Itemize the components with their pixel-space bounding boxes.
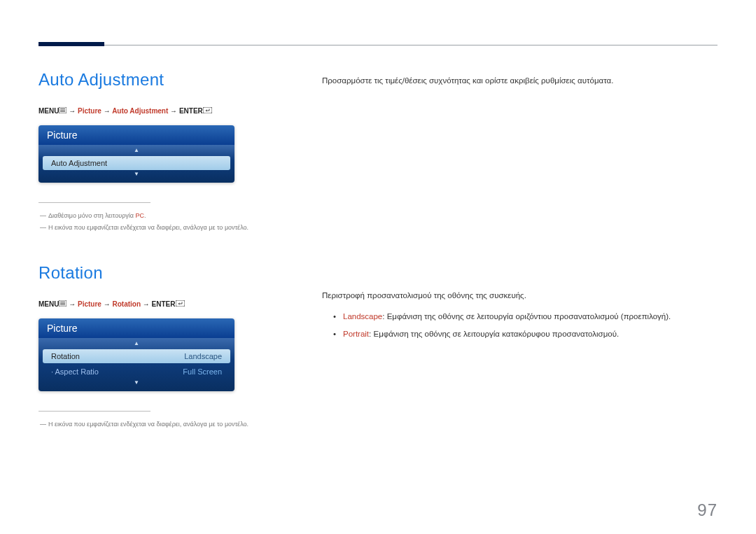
bc-enter: ENTER: [152, 300, 176, 308]
bc-arrow: →: [69, 300, 76, 308]
list-item: Landscape: Εμφάνιση της οθόνης σε λειτου…: [333, 309, 718, 325]
breadcrumb-auto-adjustment: MENU → Picture → Auto Adjustment → ENTER: [38, 107, 273, 115]
osd-row-value: Full Screen: [183, 367, 222, 376]
bc-item: Rotation: [112, 300, 141, 308]
osd-row-auto-adjustment[interactable]: Auto Adjustment: [43, 156, 230, 170]
right-column: Προσαρμόστε τις τιμές/θέσεις συχνότητας …: [322, 70, 718, 430]
osd-row-rotation[interactable]: Rotation Landscape: [43, 349, 230, 363]
list-item: Portrait: Εμφάνιση της οθόνης σε λειτουρ…: [333, 327, 718, 342]
osd-row-label: · Aspect Ratio: [51, 367, 99, 376]
bc-picture: Picture: [78, 300, 102, 308]
bc-arrow: →: [104, 107, 111, 115]
arrow-up-icon: ▲: [43, 148, 230, 155]
arrow-down-icon: ▼: [43, 380, 230, 387]
footnote-image-vary: Η εικόνα που εμφανίζεται ενδέχεται να δι…: [38, 222, 273, 234]
osd-header: Picture: [38, 125, 234, 145]
breadcrumb-rotation: MENU → Picture → Rotation → ENTER: [38, 300, 273, 309]
section-auto-adjustment: Auto Adjustment MENU → Picture → Auto Ad…: [38, 70, 273, 234]
bc-picture: Picture: [78, 107, 102, 115]
menu-icon: [59, 300, 66, 308]
section-title-rotation: Rotation: [38, 263, 273, 283]
option-portrait: Portrait: [343, 330, 369, 338]
osd-row-value: Landscape: [184, 352, 222, 360]
enter-icon: [176, 300, 185, 308]
header-rule: [38, 45, 718, 45]
description-rotation: Περιστροφή προσανατολισμού της οθόνης τη…: [322, 288, 718, 304]
arrow-up-icon: ▲: [43, 341, 230, 348]
section-rotation: Rotation MENU → Picture → Rotation → ENT…: [38, 263, 273, 430]
bc-menu: MENU: [38, 107, 59, 115]
osd-body: ▲ Auto Adjustment ▼: [38, 145, 234, 183]
osd-row-aspect-ratio[interactable]: · Aspect Ratio Full Screen: [43, 365, 230, 379]
bc-arrow: →: [104, 300, 111, 308]
menu-icon: [59, 107, 66, 115]
osd-row-label: Rotation: [51, 352, 80, 360]
footnote-image-vary: Η εικόνα που εμφανίζεται ενδέχεται να δι…: [38, 419, 273, 430]
osd-row-label: Auto Adjustment: [51, 159, 107, 167]
enter-icon: [203, 107, 212, 115]
page-number: 97: [697, 500, 718, 520]
arrow-down-icon: ▼: [43, 171, 230, 178]
bc-enter: ENTER: [179, 107, 203, 115]
bc-item: Auto Adjustment: [112, 107, 168, 115]
footnote-pc-mode: Διαθέσιμο μόνο στη λειτουργία PC.: [38, 210, 273, 222]
bc-menu: MENU: [38, 300, 59, 308]
osd-panel-rotation: Picture ▲ Rotation Landscape · Aspect Ra…: [38, 318, 234, 391]
bc-arrow: →: [69, 107, 76, 115]
bc-arrow: →: [170, 107, 177, 115]
bc-arrow: →: [143, 300, 150, 308]
svg-rect-4: [203, 107, 212, 113]
osd-panel-auto-adjustment: Picture ▲ Auto Adjustment ▼: [38, 125, 234, 183]
left-column: Auto Adjustment MENU → Picture → Auto Ad…: [38, 70, 273, 430]
svg-rect-9: [176, 300, 185, 307]
header-accent: [38, 42, 104, 46]
footnote-separator: [38, 411, 150, 412]
option-landscape: Landscape: [343, 312, 382, 321]
description-auto-adjustment: Προσαρμόστε τις τιμές/θέσεις συχνότητας …: [322, 73, 718, 89]
osd-header: Picture: [38, 318, 234, 338]
rotation-options-list: Landscape: Εμφάνιση της οθόνης σε λειτου…: [322, 309, 718, 342]
section-title-auto-adjustment: Auto Adjustment: [38, 70, 273, 90]
description-block-rotation: Περιστροφή προσανατολισμού της οθόνης τη…: [322, 288, 718, 342]
footnote-separator: [38, 202, 150, 203]
page-content: Auto Adjustment MENU → Picture → Auto Ad…: [38, 70, 718, 430]
osd-body: ▲ Rotation Landscape · Aspect Ratio Full…: [38, 338, 234, 391]
